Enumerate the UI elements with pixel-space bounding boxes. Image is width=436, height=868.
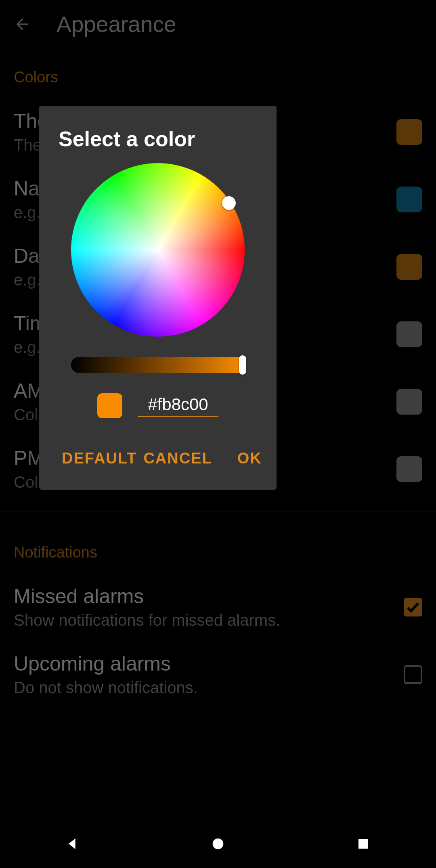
- color-picker-dialog: Select a color DEFAULT CANCEL OK: [39, 106, 277, 490]
- hex-row: [59, 393, 257, 418]
- dialog-button-row: DEFAULT CANCEL OK: [59, 438, 257, 482]
- dialog-title: Select a color: [59, 127, 257, 151]
- selected-color-swatch: [97, 393, 122, 418]
- nav-recent-icon[interactable]: [351, 832, 375, 856]
- hue-wheel[interactable]: [71, 163, 245, 337]
- hex-input[interactable]: [138, 395, 218, 417]
- brightness-slider-handle[interactable]: [239, 355, 246, 375]
- ok-button[interactable]: OK: [234, 445, 265, 472]
- nav-back-icon[interactable]: [61, 832, 85, 856]
- hue-wheel-handle[interactable]: [222, 196, 236, 210]
- default-button[interactable]: DEFAULT: [59, 445, 140, 472]
- svg-point-0: [213, 839, 224, 849]
- android-navbar: [0, 820, 436, 868]
- nav-home-icon[interactable]: [206, 832, 230, 856]
- cancel-button[interactable]: CANCEL: [140, 445, 215, 472]
- svg-rect-1: [358, 839, 368, 849]
- brightness-slider[interactable]: [71, 357, 245, 373]
- hue-wheel-gradient: [71, 163, 245, 337]
